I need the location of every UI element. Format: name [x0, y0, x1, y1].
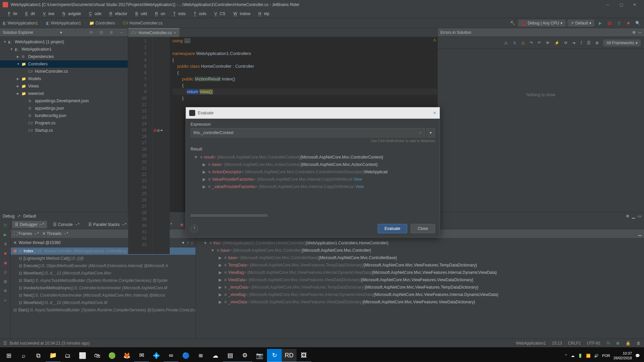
- app-icon[interactable]: 🗂: [60, 349, 75, 362]
- debug-tab-debugger[interactable]: ☰ Debugger →*: [12, 221, 47, 228]
- app-icon[interactable]: ⬜: [75, 349, 90, 362]
- settings-icon[interactable]: ✲: [108, 29, 115, 36]
- stop-button[interactable]: ■: [625, 19, 632, 27]
- app-icon[interactable]: 📷: [252, 349, 267, 362]
- menu-edit[interactable]: Edit: [20, 11, 38, 16]
- menu-navigate[interactable]: Navigate: [57, 11, 84, 16]
- maximize-button[interactable]: ▢: [614, 0, 628, 9]
- result-row[interactable]: ▼≡ result = {Microsoft.AspNetCore.Mvc.Co…: [191, 154, 435, 161]
- tray-chevron-icon[interactable]: ⌃: [565, 354, 568, 358]
- menu-file[interactable]: File: [3, 11, 20, 16]
- variable-row[interactable]: ▶≡ TempData = {Microsoft.AspNetCore.Mvc.…: [196, 261, 644, 269]
- vs-icon[interactable]: ∞: [164, 349, 178, 362]
- menu-code[interactable]: Code: [84, 11, 104, 16]
- app-icon[interactable]: ☁: [208, 349, 223, 362]
- menu-help[interactable]: Help: [253, 11, 272, 16]
- store-icon[interactable]: 🛍: [90, 349, 105, 362]
- tree-node[interactable]: ▶📁wwwroot: [0, 90, 128, 97]
- battery-icon[interactable]: 🔋: [578, 354, 583, 358]
- step-icon-2[interactable]: ↶: [538, 41, 541, 45]
- attach-button[interactable]: ⎙: [615, 19, 623, 27]
- menu-window[interactable]: Window: [228, 11, 253, 16]
- tree-node[interactable]: C#Program.cs: [0, 119, 128, 127]
- minimize-button[interactable]: ─: [601, 0, 614, 9]
- debug-button[interactable]: 🐞: [606, 19, 613, 27]
- app-icon[interactable]: ⚙: [237, 349, 252, 362]
- pin-icon[interactable]: »: [2, 297, 9, 304]
- menu-vcs[interactable]: VCS: [209, 11, 228, 16]
- mute-icon[interactable]: ⊘: [2, 269, 9, 276]
- refresh-icon[interactable]: ⟳: [564, 41, 568, 45]
- breakpoints-icon[interactable]: ◉: [2, 259, 9, 266]
- frame-row[interactable]: ⊟MoveNext():0, d__12 (Microsoft.AspNetCo…: [11, 269, 196, 277]
- step-icon[interactable]: ↷: [530, 41, 533, 45]
- menu-build[interactable]: Build: [130, 11, 150, 16]
- tab-close-icon[interactable]: ×: [174, 31, 176, 35]
- frame-row[interactable]: ⊟MoveNext():0, d__10 (Microsoft.AspNetCo…: [11, 299, 196, 306]
- app-icon[interactable]: 🔵: [178, 349, 193, 362]
- editor-tab[interactable]: C# HomeController.cs ×: [128, 28, 179, 37]
- search-button[interactable]: 🔍: [634, 19, 641, 27]
- stop-icon[interactable]: ■: [2, 250, 9, 257]
- outlook-icon[interactable]: ✉: [134, 349, 149, 362]
- error-filter-icon[interactable]: ⚠: [504, 41, 508, 45]
- onedrive-icon[interactable]: ☁: [571, 354, 575, 358]
- variable-row[interactable]: ▶≡ _tempData = {Microsoft.AspNetCore.Mvc…: [196, 284, 644, 291]
- warning-icon[interactable]: ⚠: [521, 41, 525, 45]
- volume-icon[interactable]: 🔊: [594, 354, 599, 358]
- tree-node[interactable]: C#Startup.cs: [0, 127, 128, 134]
- variable-row[interactable]: ▶≡ ViewData = {Microsoft.AspNetCore.Mvc.…: [196, 276, 644, 284]
- tree-node[interactable]: ▼📁Controllers: [0, 60, 128, 68]
- tree-node[interactable]: ⚙appsettings.json: [0, 105, 128, 112]
- expression-history-button[interactable]: ▾: [426, 128, 435, 137]
- target-icon[interactable]: ⊕: [595, 41, 599, 45]
- notifications-icon[interactable]: 💬: [635, 354, 640, 358]
- breadcrumb-item[interactable]: ◧ WebApplication1: [3, 21, 38, 25]
- profile-combo[interactable]: ↗ Default ▾: [568, 20, 594, 26]
- tree-node[interactable]: ▼◧WebApplication1: [0, 46, 128, 53]
- terminal-icon[interactable]: ▤: [223, 349, 237, 362]
- expression-input[interactable]: this._controllerContext ⤢: [191, 128, 425, 137]
- gear-icon[interactable]: ✲: [626, 214, 629, 219]
- breadcrumb-item[interactable]: C# HomeController.cs: [123, 21, 163, 25]
- result-row[interactable]: ▶≡ ActionDescriptor = {Microsoft.AspNetC…: [191, 168, 435, 176]
- run-button[interactable]: ▶: [596, 19, 604, 27]
- trash-icon[interactable]: 🗑: [637, 341, 641, 346]
- menu-refactor[interactable]: Refactor: [104, 11, 130, 16]
- scrollbar[interactable]: [191, 214, 268, 217]
- chrome-icon[interactable]: 🟢: [105, 349, 119, 362]
- sync-icon[interactable]: ⟳: [88, 29, 95, 36]
- clock-time[interactable]: 10:37: [613, 351, 632, 356]
- rider-icon[interactable]: RD: [282, 349, 297, 362]
- close-button[interactable]: ✕: [628, 0, 641, 9]
- help-icon[interactable]: ?: [191, 225, 198, 232]
- settings-icon[interactable]: ✲: [2, 288, 9, 294]
- breadcrumb-item[interactable]: 📁 Controllers: [89, 21, 115, 25]
- start-button[interactable]: ⊞: [1, 349, 16, 362]
- debug-tab-parallel-stacks[interactable]: ☰ Parallel Stacks →*: [86, 221, 129, 228]
- export-icon[interactable]: ⤴: [580, 41, 582, 45]
- breadcrumb-item[interactable]: ◧ WebApplication1: [46, 21, 81, 25]
- result-row[interactable]: ▶≡ ValueProviderFactories = {Microsoft.A…: [191, 176, 435, 183]
- layout-icon[interactable]: ⊞: [2, 278, 9, 285]
- hide-icon[interactable]: ─: [638, 30, 641, 35]
- tree-node[interactable]: ⚙bundleconfig.json: [0, 112, 128, 119]
- frame-row[interactable]: ⊟[Lightweight Method Call]():0, ()@: [11, 255, 196, 262]
- tree-node[interactable]: ▼◧WebApplication1 (1 project): [0, 38, 128, 46]
- tree-node[interactable]: ⚙appsettings.Development.json: [0, 97, 128, 105]
- minimize-icon[interactable]: ▁: [638, 231, 641, 236]
- variable-row[interactable]: ▶≡ base = {Microsoft.AspNetCore.Mvc.Cont…: [196, 254, 644, 261]
- gear-icon[interactable]: ✲: [632, 30, 636, 35]
- taskview-icon[interactable]: ⧉: [31, 349, 46, 362]
- result-row[interactable]: ▶≡ _valueProviderFactories = {Microsoft.…: [191, 183, 435, 190]
- app-icon[interactable]: 💠: [149, 349, 164, 362]
- language-indicator[interactable]: POR: [602, 354, 610, 358]
- evaluate-button[interactable]: Evaluate: [378, 224, 408, 233]
- vscode-icon[interactable]: ≋: [193, 349, 208, 362]
- menu-tests[interactable]: Tests: [168, 11, 188, 16]
- run-config-combo[interactable]: 🐞 Debug | Any CPU ▾: [518, 20, 566, 26]
- close-button[interactable]: Close: [411, 224, 435, 233]
- frame-row[interactable]: ⊟Next():0, ControllerActionInvoker (Micr…: [11, 292, 196, 299]
- debug-tab-console[interactable]: ☰ Console →*: [50, 221, 82, 228]
- explorer-icon[interactable]: 📁: [46, 349, 60, 362]
